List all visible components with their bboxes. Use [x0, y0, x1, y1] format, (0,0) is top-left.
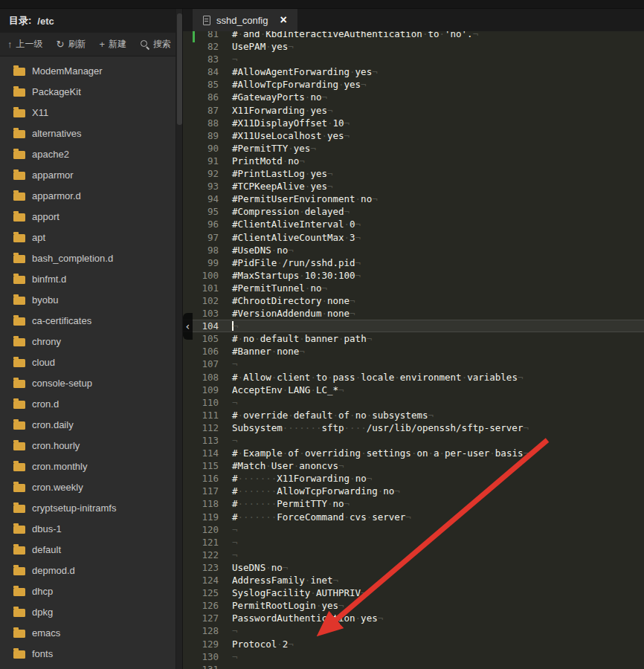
folder-item-cron.monthly[interactable]: cron.monthly — [0, 456, 182, 476]
code-line-124[interactable]: 124AddressFamily·inet¬ — [183, 574, 644, 586]
sidebar-collapse-handle[interactable]: ‹ — [183, 313, 193, 340]
code-text: #MaxStartups·10:30:100¬ — [226, 269, 361, 282]
code-line-106[interactable]: 106#Banner·none¬ — [183, 345, 644, 358]
folder-item-default[interactable]: default — [0, 539, 182, 560]
code-line-116[interactable]: 116#·······X11Forwarding·no¬ — [183, 472, 644, 485]
code-line-118[interactable]: 118#·······PermitTTY·no¬ — [183, 497, 644, 510]
code-line-86[interactable]: 86#GatewayPorts·no¬ — [183, 91, 644, 103]
code-line-82[interactable]: 82UsePAM·yes¬ — [183, 40, 644, 53]
code-line-84[interactable]: 84#AllowAgentForwarding·yes¬ — [183, 65, 644, 78]
tab-close-icon[interactable]: × — [280, 14, 286, 26]
code-line-91[interactable]: 91PrintMotd·no¬ — [183, 155, 644, 167]
code-line-96[interactable]: 96#ClientAliveInterval·0¬ — [183, 218, 644, 230]
code-text: #VersionAddendum·none¬ — [226, 307, 355, 320]
folder-item-depmod.d[interactable]: depmod.d — [0, 560, 182, 581]
code-text: #ClientAliveInterval·0¬ — [226, 218, 361, 230]
folder-item-cron.daily[interactable]: cron.daily — [0, 414, 182, 435]
folder-item-fonts[interactable]: fonts — [0, 643, 182, 664]
code-line-108[interactable]: 108#·Allow·client·to·pass·locale·environ… — [183, 371, 644, 384]
code-line-102[interactable]: 102#ChrootDirectory·none¬ — [183, 294, 644, 307]
code-line-87[interactable]: 87X11Forwarding·yes¬ — [183, 104, 644, 117]
code-line-83[interactable]: 83¬ — [183, 53, 644, 65]
new-button[interactable]: +新建 — [99, 38, 126, 51]
folder-name: emacs — [32, 627, 60, 639]
folder-item-console-setup[interactable]: console-setup — [0, 372, 182, 393]
code-line-115[interactable]: 115#Match·User·anoncvs¬ — [183, 459, 644, 472]
folder-item-dbus-1[interactable]: dbus-1 — [0, 518, 182, 539]
code-line-97[interactable]: 97#ClientAliveCountMax·3¬ — [183, 231, 644, 244]
folder-item-binfmt.d[interactable]: binfmt.d — [0, 268, 182, 289]
parent-dir-button[interactable]: ↑上一级 — [7, 38, 43, 51]
sidebar-scrollbar-thumb[interactable] — [177, 13, 182, 125]
code-line-128[interactable]: 128¬ — [183, 624, 644, 637]
folder-item-chrony[interactable]: chrony — [0, 331, 182, 352]
folder-item-byobu[interactable]: byobu — [0, 289, 182, 310]
code-line-130[interactable]: 130¬ — [183, 650, 644, 663]
code-area[interactable]: 81#·and·KbdInteractiveAuthentication·to·… — [183, 31, 644, 669]
folder-item-cloud[interactable]: cloud — [0, 352, 182, 372]
folder-item-cryptsetup-initramfs[interactable]: cryptsetup-initramfs — [0, 497, 182, 518]
folder-item-apache2[interactable]: apache2 — [0, 143, 182, 164]
folder-item-apt[interactable]: apt — [0, 227, 182, 248]
code-line-121[interactable]: 121¬ — [183, 536, 644, 549]
code-line-90[interactable]: 90#PermitTTY·yes¬ — [183, 142, 644, 155]
code-line-131[interactable]: 131¬ — [183, 663, 644, 669]
folder-item-bash_completion.d[interactable]: bash_completion.d — [0, 248, 182, 268]
code-line-89[interactable]: 89#X11UseLocalhost·yes¬ — [183, 129, 644, 142]
code-line-126[interactable]: 126PermitRootLogin·yes¬ — [183, 599, 644, 612]
code-line-125[interactable]: 125SyslogFacility·AUTHPRIV¬ — [183, 586, 644, 599]
search-button[interactable]: 搜索 — [140, 38, 171, 51]
line-number: 111 — [183, 409, 226, 421]
code-line-114[interactable]: 114#·Example·of·overriding·settings·on·a… — [183, 447, 644, 459]
code-line-122[interactable]: 122¬ — [183, 549, 644, 561]
line-number: 108 — [183, 371, 226, 384]
code-line-92[interactable]: 92#PrintLastLog·yes¬ — [183, 167, 644, 180]
code-line-93[interactable]: 93#TCPKeepAlive·yes¬ — [183, 180, 644, 193]
code-line-81[interactable]: 81#·and·KbdInteractiveAuthentication·to·… — [183, 31, 644, 40]
code-line-88[interactable]: 88#X11DisplayOffset·10¬ — [183, 117, 644, 129]
sidebar-scrollbar[interactable] — [176, 9, 182, 669]
code-line-105[interactable]: 105#·no·default·banner·path¬ — [183, 332, 644, 345]
folder-item-dhcp[interactable]: dhcp — [0, 581, 182, 601]
code-line-99[interactable]: 99#PidFile·/run/sshd.pid¬ — [183, 256, 644, 269]
folder-item-ModemManager[interactable]: ModemManager — [0, 60, 182, 81]
code-line-85[interactable]: 85#AllowTcpForwarding·yes¬ — [183, 78, 644, 91]
folder-item-emacs[interactable]: emacs — [0, 622, 182, 643]
line-number: 131 — [183, 663, 226, 669]
folder-item-dpkg[interactable]: dpkg — [0, 601, 182, 622]
code-line-100[interactable]: 100#MaxStartups·10:30:100¬ — [183, 269, 644, 282]
code-line-109[interactable]: 109AcceptEnv·LANG·LC_*¬ — [183, 384, 644, 396]
code-line-112[interactable]: 112Subsystem·······sftp····/usr/lib/open… — [183, 421, 644, 434]
folder-item-apparmor[interactable]: apparmor — [0, 164, 182, 185]
code-line-111[interactable]: 111#·override·default·of·no·subsystems¬ — [183, 409, 644, 421]
folder-item-apport[interactable]: apport — [0, 206, 182, 227]
folder-item-cron.weekly[interactable]: cron.weekly — [0, 476, 182, 497]
line-number: 91 — [183, 155, 226, 167]
code-line-104[interactable]: 104¬ — [183, 320, 644, 332]
folder-item-alternatives[interactable]: alternatives — [0, 123, 182, 143]
folder-item-PackageKit[interactable]: PackageKit — [0, 81, 182, 102]
code-line-123[interactable]: 123UseDNS·no¬ — [183, 561, 644, 574]
code-line-103[interactable]: 103#VersionAddendum·none¬ — [183, 307, 644, 320]
code-line-117[interactable]: 117#·······AllowTcpForwarding·no¬ — [183, 485, 644, 497]
code-line-129[interactable]: 129Protocol·2¬ — [183, 638, 644, 650]
code-line-107[interactable]: 107¬ — [183, 358, 644, 370]
folder-item-ca-certificates[interactable]: ca-certificates — [0, 310, 182, 331]
code-line-95[interactable]: 95#Compression·delayed¬ — [183, 205, 644, 218]
code-text: #PermitTTY·yes¬ — [226, 142, 316, 155]
code-line-120[interactable]: 120¬ — [183, 523, 644, 536]
folder-item-cron.hourly[interactable]: cron.hourly — [0, 435, 182, 456]
folder-item-X11[interactable]: X11 — [0, 102, 182, 123]
code-line-113[interactable]: 113¬ — [183, 434, 644, 447]
code-line-110[interactable]: 110¬ — [183, 396, 644, 409]
code-line-94[interactable]: 94#PermitUserEnvironment·no¬ — [183, 193, 644, 205]
code-line-127[interactable]: 127PasswordAuthentication·yes¬ — [183, 612, 644, 624]
code-line-119[interactable]: 119#·······ForceCommand·cvs·server¬ — [183, 511, 644, 523]
tab-sshd-config[interactable]: sshd_config × — [193, 9, 297, 31]
code-line-98[interactable]: 98#UseDNS·no¬ — [183, 244, 644, 256]
code-line-101[interactable]: 101#PermitTunnel·no¬ — [183, 282, 644, 294]
refresh-button[interactable]: ↻刷新 — [57, 38, 86, 51]
folder-name: apt — [32, 232, 45, 243]
folder-item-cron.d[interactable]: cron.d — [0, 393, 182, 414]
folder-item-apparmor.d[interactable]: apparmor.d — [0, 185, 182, 206]
